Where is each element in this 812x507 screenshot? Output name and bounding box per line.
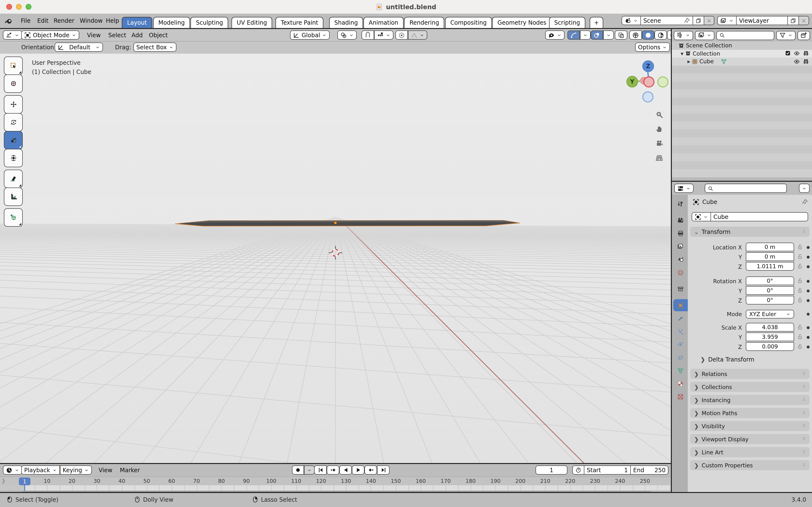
current-frame-field[interactable]: 1 <box>535 465 568 474</box>
play-reverse-button[interactable] <box>339 465 352 474</box>
timeline-marker-menu[interactable]: Marker <box>116 464 144 476</box>
prev-keyframe-button[interactable] <box>327 465 339 474</box>
decorator-dot-icon[interactable] <box>807 280 810 283</box>
outliner-row-collection[interactable]: ▾ Collection <box>672 50 812 58</box>
properties-tab-view-layer[interactable] <box>673 240 688 252</box>
lock-open-icon[interactable] <box>797 334 803 340</box>
transform-value-field[interactable]: 0° <box>746 276 794 285</box>
options-button[interactable]: Options <box>635 43 670 52</box>
add-workspace-button[interactable]: + <box>590 17 603 28</box>
scene-name-field[interactable]: Scene <box>641 16 693 25</box>
lock-open-icon[interactable] <box>797 288 803 293</box>
shading-solid-button[interactable] <box>642 31 654 40</box>
close-button[interactable] <box>6 4 12 10</box>
gizmo-toggle[interactable] <box>568 31 580 40</box>
eye-icon[interactable] <box>794 51 800 57</box>
shading-material-button[interactable] <box>654 31 667 40</box>
outliner-editor-type-button[interactable] <box>674 31 693 40</box>
transform-value-field[interactable]: 0° <box>746 286 794 295</box>
properties-tab-data[interactable] <box>673 364 688 377</box>
decorator-dot-icon[interactable] <box>807 256 810 259</box>
workspace-tab-modeling[interactable]: Modeling <box>153 17 190 28</box>
overlays-toggle[interactable] <box>591 31 603 40</box>
timeline-playback-menu[interactable]: Playback <box>21 465 60 474</box>
transform-value-field[interactable]: 0 m <box>746 252 794 261</box>
lock-open-icon[interactable] <box>797 297 803 303</box>
gizmo-axis-z[interactable]: Z <box>642 60 654 72</box>
scene-type-button[interactable] <box>622 16 641 25</box>
transform-value-field[interactable]: 0.009 <box>746 342 794 351</box>
workspace-tab-rendering[interactable]: Rendering <box>404 17 445 28</box>
viewport-canvas[interactable]: User Perspective(1) Collection | Cube ZY <box>0 54 671 463</box>
transform-value-field[interactable]: 1.0111 m <box>746 262 794 271</box>
select-box-tool[interactable] <box>4 57 23 75</box>
orientation-select[interactable]: Global <box>290 31 330 40</box>
outliner-display-mode-button[interactable] <box>695 31 714 40</box>
timeline-ruler[interactable]: ❯102030405060708090100110120130140150160… <box>0 476 671 486</box>
visibility-button[interactable] <box>545 31 565 40</box>
gizmo-settings-button[interactable] <box>580 31 591 40</box>
cursor-tool[interactable] <box>4 74 23 93</box>
decorator-dot-icon[interactable] <box>807 299 810 302</box>
panel-viewport-display[interactable]: ❯Viewport Display⠿ <box>690 434 810 444</box>
annotate-tool[interactable] <box>4 170 23 188</box>
properties-tab-particles[interactable] <box>673 325 688 337</box>
jump-end-button[interactable] <box>377 465 390 474</box>
proportional-edit-toggle[interactable] <box>395 31 408 40</box>
properties-tab-world[interactable] <box>673 266 688 278</box>
timeline-view-menu[interactable]: View <box>95 464 116 476</box>
decorator-dot-icon[interactable] <box>807 246 810 249</box>
workspace-tab-uv-editing[interactable]: UV Editing <box>232 17 272 28</box>
viewport-menu-select[interactable]: Select <box>104 29 130 41</box>
transform-value-field[interactable]: 0 m <box>746 243 794 251</box>
viewport-menu-view[interactable]: View <box>83 29 105 41</box>
lock-open-icon[interactable] <box>797 344 803 349</box>
decorator-dot-icon[interactable] <box>807 346 810 348</box>
nav-camera-view-button[interactable] <box>655 140 663 148</box>
properties-search-input[interactable] <box>705 184 787 193</box>
jump-start-button[interactable] <box>314 465 327 474</box>
menu-help[interactable]: Help <box>103 14 122 27</box>
properties-tab-tool[interactable] <box>673 198 688 210</box>
drag-action-select[interactable]: Select Box <box>133 43 176 52</box>
panel-line-art[interactable]: ❯Line Art⠿ <box>690 447 810 457</box>
panel-transform-header[interactable]: ⌄Transform⠿ <box>690 227 810 237</box>
editor-type-button[interactable] <box>3 31 22 40</box>
panel-collections[interactable]: ❯Collections⠿ <box>690 382 810 392</box>
workspace-tab-geometry-nodes[interactable]: Geometry Nodes <box>492 17 552 28</box>
workspace-tab-animation[interactable]: Animation <box>363 17 404 28</box>
outliner-filter-button[interactable] <box>776 31 796 40</box>
object-id-type-button[interactable] <box>692 212 711 221</box>
workspace-tab-compositing[interactable]: Compositing <box>445 17 492 28</box>
nav-grid-ortho-button[interactable] <box>655 154 663 162</box>
record-settings-button[interactable] <box>304 465 315 474</box>
next-keyframe-button[interactable] <box>364 465 377 474</box>
drag-orientation-select[interactable]: Default <box>55 43 103 52</box>
decorator-dot-icon[interactable] <box>807 336 810 339</box>
move-tool[interactable] <box>4 95 23 114</box>
properties-editor-type-button[interactable] <box>674 184 694 193</box>
new-collection-button[interactable] <box>798 31 810 40</box>
zoom-button[interactable] <box>25 4 32 10</box>
menu-window[interactable]: Window <box>76 14 106 27</box>
viewlayer-type-button[interactable] <box>717 16 737 25</box>
workspace-tab-scripting[interactable]: Scripting <box>549 17 585 28</box>
viewport-menu-add[interactable]: Add <box>128 29 147 41</box>
workspace-tab-shading[interactable]: Shading <box>329 17 363 28</box>
outliner-search-input[interactable] <box>716 31 774 40</box>
properties-tab-object[interactable] <box>673 299 688 311</box>
properties-tab-collection[interactable] <box>673 283 688 295</box>
properties-tab-output[interactable] <box>673 227 688 239</box>
transform-value-field[interactable]: 3.959 <box>746 333 794 341</box>
xray-toggle[interactable] <box>615 31 627 40</box>
nav-pan-hand-button[interactable] <box>655 125 663 133</box>
properties-options-button[interactable] <box>799 184 810 193</box>
rotation-mode-select[interactable]: XYZ Euler <box>746 310 794 319</box>
rotate-tool[interactable] <box>4 113 23 131</box>
eye-icon[interactable] <box>794 58 800 65</box>
timeline-track[interactable] <box>0 485 671 491</box>
minimize-button[interactable] <box>16 4 22 10</box>
workspace-tab-layout[interactable]: Layout <box>122 17 152 28</box>
properties-tab-physics[interactable] <box>673 338 688 350</box>
frame-end-field[interactable]: End250 <box>631 465 669 474</box>
